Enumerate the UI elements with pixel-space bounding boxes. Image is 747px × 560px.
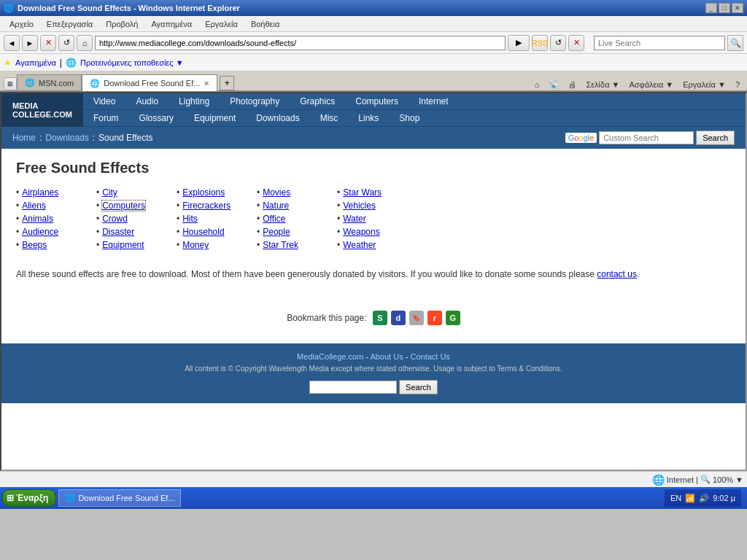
nav-graphics[interactable]: Graphics	[290, 93, 345, 109]
taskbar-ie-button[interactable]: 🌐 Download Free Sound Ef...	[58, 489, 181, 507]
rss-toolbar-btn[interactable]: 📡	[545, 78, 562, 90]
live-search-button[interactable]: 🔍	[727, 35, 743, 51]
help-toolbar-btn[interactable]: ?	[732, 79, 743, 90]
forward-button[interactable]: ►	[22, 35, 38, 51]
zoom-down-icon[interactable]: ▼	[735, 475, 743, 484]
nav-shop[interactable]: Shop	[389, 110, 430, 126]
sound-link-explosions[interactable]: Explosions	[182, 187, 225, 198]
tab-soundeffects[interactable]: 🌐 Download Free Sound Ef... ✕	[82, 74, 217, 91]
close-button[interactable]: ✕	[732, 3, 743, 13]
home-button[interactable]: ⌂	[77, 35, 93, 51]
breadcrumb-home[interactable]: Home	[12, 133, 36, 143]
footer-site-link[interactable]: MediaCollege.com	[297, 352, 363, 361]
tab-msn[interactable]: 🌐 MSN.com	[17, 74, 82, 90]
nav-equipment[interactable]: Equipment	[184, 110, 246, 126]
new-tab-button[interactable]: +	[220, 76, 234, 90]
tools-toolbar-btn[interactable]: Εργαλεία ▼	[679, 79, 729, 90]
sound-link-money[interactable]: Money	[182, 240, 209, 250]
digg-icon[interactable]: 🔖	[409, 311, 424, 325]
nav-downloads[interactable]: Downloads	[246, 110, 309, 126]
list-item: • Vehicles	[337, 201, 403, 211]
stop2-button[interactable]: ✕	[568, 35, 584, 51]
nav-computers[interactable]: Computers	[345, 93, 409, 109]
tab-close-button[interactable]: ✕	[204, 79, 209, 88]
refresh-button[interactable]: ↺	[58, 35, 74, 51]
print-toolbar-btn[interactable]: 🖨	[565, 79, 580, 90]
tab-list-button[interactable]: ⊞	[4, 77, 17, 90]
menu-favorites[interactable]: Αγαπημένα	[145, 18, 198, 30]
contact-link[interactable]: contact us	[597, 269, 637, 279]
footer-search-input[interactable]	[309, 381, 397, 394]
sound-link-water[interactable]: Water	[343, 214, 366, 224]
breadcrumb-downloads[interactable]: Downloads	[45, 133, 88, 143]
sound-link-airplanes[interactable]: Airplanes	[22, 187, 58, 198]
footer-contact-link[interactable]: Contact Us	[410, 352, 449, 361]
info-paragraph: All these sound effects are free to down…	[16, 268, 731, 281]
stumbleupon-icon[interactable]: S	[373, 311, 387, 325]
sound-link-city[interactable]: City	[102, 187, 117, 198]
stop-button[interactable]: ✕	[40, 35, 56, 51]
taskbar-right: EN 📶 🔊 9:02 μ	[665, 489, 745, 507]
sound-link-weapons[interactable]: Weapons	[343, 227, 379, 237]
list-item: • Aliens	[16, 201, 82, 211]
delicious-icon[interactable]: d	[391, 311, 406, 325]
sound-link-office[interactable]: Office	[263, 214, 285, 224]
nav-links[interactable]: Links	[348, 110, 389, 126]
sound-link-computers[interactable]: Computers	[102, 201, 145, 211]
address-input[interactable]	[95, 36, 506, 50]
nav-video[interactable]: Video	[83, 93, 125, 109]
sound-link-weather[interactable]: Weather	[343, 240, 376, 250]
sound-link-beeps[interactable]: Beeps	[22, 240, 47, 250]
google-search-input[interactable]	[599, 131, 694, 144]
nav-forum[interactable]: Forum	[83, 110, 129, 126]
nav-misc[interactable]: Misc	[310, 110, 349, 126]
start-icon: ⊞	[7, 493, 14, 503]
sound-link-starwars[interactable]: Star Wars	[343, 187, 382, 198]
sound-link-aliens[interactable]: Aliens	[22, 201, 46, 211]
sound-link-nature[interactable]: Nature	[263, 201, 289, 211]
sound-link-hits[interactable]: Hits	[182, 214, 198, 224]
menu-help[interactable]: Βοήθεια	[245, 18, 285, 30]
menu-file[interactable]: Αρχείο	[4, 18, 39, 30]
sound-link-vehicles[interactable]: Vehicles	[343, 201, 376, 211]
back-button[interactable]: ◄	[4, 35, 20, 51]
nav-photography[interactable]: Photography	[220, 93, 290, 109]
sound-link-equipment[interactable]: Equipment	[102, 240, 144, 250]
maximize-button[interactable]: □	[719, 3, 730, 13]
refresh2-button[interactable]: ↺	[550, 35, 566, 51]
nav-glossary[interactable]: Glossary	[129, 110, 184, 126]
sound-link-people[interactable]: People	[263, 227, 290, 237]
sound-link-household[interactable]: Household	[182, 227, 224, 237]
nav-lighting[interactable]: Lighting	[169, 93, 220, 109]
go-button[interactable]: ▶	[508, 35, 530, 51]
sound-link-audience[interactable]: Audience	[22, 227, 58, 237]
nav-internet[interactable]: Internet	[409, 93, 459, 109]
bullet-icon: •	[16, 187, 19, 198]
rss-button[interactable]: RSS	[532, 35, 548, 51]
sound-column-3: • Explosions • Firecrackers • Hits • Hou…	[177, 187, 242, 253]
sound-link-animals[interactable]: Animals	[22, 214, 53, 224]
suggested-sites-link[interactable]: Προτεινόμενες τοποθεσίες ▼	[80, 58, 184, 67]
sound-link-disaster[interactable]: Disaster	[102, 227, 134, 237]
menu-edit[interactable]: Επεξεργασία	[41, 18, 98, 30]
favorites-link[interactable]: Αγαπημένα	[15, 58, 56, 67]
sound-link-crowd[interactable]: Crowd	[102, 214, 128, 224]
security-toolbar-btn[interactable]: Ασφάλεια ▼	[625, 79, 677, 90]
page-toolbar-btn[interactable]: Σελίδα ▼	[582, 79, 623, 90]
footer-search-button[interactable]: Search	[399, 380, 438, 394]
sound-link-movies[interactable]: Movies	[263, 187, 290, 198]
minimize-button[interactable]: _	[705, 3, 717, 13]
live-search-input[interactable]	[594, 36, 725, 50]
breadcrumb-current: Sound Effects	[98, 133, 153, 143]
sound-link-firecrackers[interactable]: Firecrackers	[182, 201, 231, 211]
home-toolbar-btn[interactable]: ⌂	[531, 79, 543, 90]
reddit-icon[interactable]: r	[427, 311, 442, 325]
start-button[interactable]: ⊞ Έναρξη	[2, 489, 56, 507]
nav-audio[interactable]: Audio	[125, 93, 169, 109]
menu-view[interactable]: Προβολή	[100, 18, 144, 30]
menu-tools[interactable]: Εργαλεία	[199, 18, 244, 30]
footer-about-link[interactable]: About Us	[370, 352, 403, 361]
google-search-button[interactable]: Search	[696, 131, 735, 145]
google-bk-icon[interactable]: G	[446, 311, 460, 325]
sound-link-startrek[interactable]: Star Trek	[263, 240, 298, 250]
